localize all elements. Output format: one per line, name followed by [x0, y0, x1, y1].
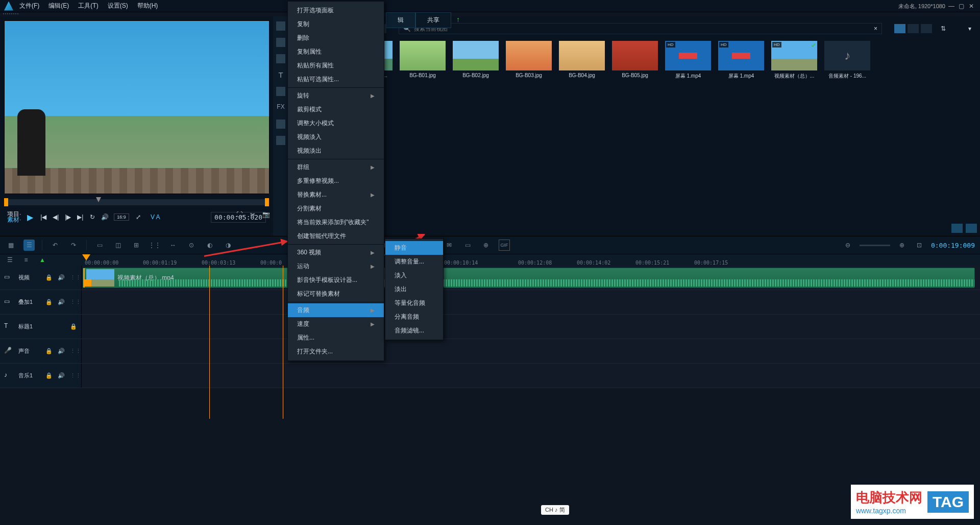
context-menu-item[interactable]: 运动▶	[288, 259, 384, 273]
trim-in-handle[interactable]	[4, 198, 8, 206]
media-thumb[interactable]: HD✔视频素材（总）...	[771, 41, 817, 80]
tool-icon-8[interactable]: ◑	[223, 240, 234, 251]
track-menu-icon[interactable]: ⋮⋮	[70, 274, 77, 281]
context-menu-item[interactable]: 速度▶	[288, 317, 384, 331]
lib-corner-btn-2[interactable]	[966, 224, 977, 233]
tool-icon-3[interactable]: ⊞	[131, 240, 142, 251]
upload-icon[interactable]: ↑	[451, 12, 465, 28]
preview-viewport[interactable]	[4, 20, 270, 194]
ruler-btn-1[interactable]: ☰	[4, 254, 15, 266]
context-menu-item[interactable]: 标记可替换素材	[288, 287, 384, 301]
undo-icon[interactable]: ↶	[50, 240, 61, 251]
context-menu-item[interactable]: 群组▶	[288, 160, 384, 174]
fx-icon[interactable]: FX	[276, 103, 285, 112]
tool-icon-1[interactable]: ▭	[94, 240, 105, 251]
close-icon[interactable]: ✕	[969, 3, 976, 10]
mute-icon[interactable]: 🔊	[58, 372, 65, 379]
timeline-view-icon[interactable]: ☰	[23, 240, 35, 251]
menu-tools[interactable]: 工具(T)	[78, 2, 98, 10]
track-menu-icon[interactable]: ⋮⋮	[70, 348, 77, 355]
context-menu-item[interactable]: 旋转▶	[288, 89, 384, 103]
goto-end-icon[interactable]: ▶|	[76, 213, 84, 221]
context-menu-item[interactable]: 视频淡出	[288, 144, 384, 158]
goto-start-icon[interactable]: |◀	[39, 213, 47, 221]
context-menu-item[interactable]: 淡出	[385, 282, 443, 296]
context-menu-item[interactable]: 打开文件夹...	[288, 345, 384, 359]
menu-file[interactable]: 文件(F)	[19, 2, 39, 10]
view-list-icon[interactable]	[908, 24, 919, 33]
expand-icon[interactable]: ⤢	[134, 213, 142, 221]
lock-icon[interactable]: 🔒	[45, 299, 53, 306]
context-menu-item[interactable]: 打开选项面板	[288, 4, 384, 17]
view-detail-icon[interactable]	[921, 24, 932, 33]
snapshot-icon[interactable]: 📷	[262, 210, 270, 219]
context-menu-item[interactable]: 复制	[288, 17, 384, 31]
context-menu-item[interactable]: 属性...	[288, 331, 384, 345]
va-toggle[interactable]: V A	[151, 213, 160, 221]
panel-icon-1[interactable]	[276, 21, 285, 31]
aspect-ratio[interactable]: 16:9	[114, 213, 129, 221]
gif-icon[interactable]: GIF	[499, 240, 510, 251]
volume-icon[interactable]: 🔊	[101, 213, 109, 221]
trim-bar[interactable]	[4, 199, 269, 205]
tool-icon-12[interactable]: ▭	[462, 240, 473, 251]
mute-icon[interactable]: 🔊	[58, 348, 65, 355]
mute-icon[interactable]: 🔊	[58, 299, 65, 306]
menu-settings[interactable]: 设置(S)	[108, 2, 128, 10]
clear-search-icon[interactable]: ×	[874, 25, 877, 32]
tool-icon-5[interactable]: ↔	[167, 240, 179, 251]
lock-icon[interactable]: 🔒	[45, 348, 53, 355]
tool-icon-4[interactable]: ⋮⋮	[149, 240, 160, 251]
search-box[interactable]: 🔍 ×	[399, 23, 882, 34]
context-menu-item[interactable]: 分割素材	[288, 202, 384, 216]
ruler-btn-2[interactable]: ≡	[20, 254, 32, 266]
media-thumb[interactable]: BG-B02.jpg	[453, 41, 499, 80]
context-menu-item[interactable]: 视频淡入	[288, 130, 384, 144]
media-thumb[interactable]: HD屏幕 1.mp4	[718, 41, 764, 80]
storyboard-view-icon[interactable]: ▦	[5, 240, 16, 251]
tool-icon-2[interactable]: ◫	[112, 240, 124, 251]
tool-icon-13[interactable]: ⊕	[480, 240, 492, 251]
context-menu-item[interactable]: 音频▶	[288, 303, 384, 317]
tool-icon-7[interactable]: ◐	[204, 240, 215, 251]
context-menu-item[interactable]: 淡入	[385, 269, 443, 282]
view-grid-icon[interactable]	[894, 24, 905, 33]
context-menu-item[interactable]: 多重修整视频...	[288, 174, 384, 188]
panel-icon-3[interactable]	[276, 54, 285, 63]
track-menu-icon[interactable]: ⋮⋮	[70, 372, 77, 379]
media-thumb[interactable]: BG-B05.jpg	[612, 41, 658, 80]
playhead[interactable]	[209, 266, 210, 419]
track-menu-icon[interactable]: ⋮⋮	[70, 299, 77, 306]
grip-handle[interactable]	[0, 12, 980, 16]
context-menu-item[interactable]: 360 视频▶	[288, 246, 384, 259]
redo-icon[interactable]: ↷	[68, 240, 79, 251]
panel-icon-8[interactable]	[276, 136, 285, 145]
context-menu-item[interactable]: 裁剪模式	[288, 103, 384, 116]
mute-icon[interactable]: 🔊	[58, 274, 65, 281]
context-menu-item[interactable]: 静音	[385, 241, 443, 255]
lib-corner-btn-1[interactable]	[951, 224, 963, 233]
media-thumb[interactable]: BG-B04.jpg	[559, 41, 605, 80]
prev-frame-icon[interactable]: ◀|	[52, 213, 60, 221]
sort-icon[interactable]: ⇅	[938, 23, 948, 34]
trim-out-handle[interactable]	[265, 198, 269, 206]
lock-icon[interactable]: 🔒	[45, 274, 53, 281]
video-clip[interactable]: 视频素材（总）.mp4	[83, 268, 975, 288]
context-menu-item[interactable]: 音频滤镜...	[385, 324, 443, 338]
search-input[interactable]	[414, 26, 871, 32]
play-button[interactable]: ▶	[26, 213, 34, 221]
context-menu-item[interactable]: 影音快手模板设计器...	[288, 273, 384, 287]
crop-icon[interactable]: ⛶	[235, 210, 243, 219]
lock-icon[interactable]: 🔒	[45, 372, 53, 379]
tool-icon-6[interactable]: ⊙	[186, 240, 197, 251]
split-icon[interactable]: ✂	[249, 210, 257, 219]
context-menu-item[interactable]: 调整大小模式	[288, 116, 384, 130]
loop-icon[interactable]: ↻	[88, 213, 96, 221]
zoom-out-icon[interactable]: ⊖	[842, 240, 853, 251]
context-menu-item[interactable]: 删除	[288, 31, 384, 45]
media-thumb[interactable]: BG-B03.jpg	[506, 41, 552, 80]
tool-icon-11[interactable]: ✉	[444, 240, 455, 251]
tab-share[interactable]: 共享	[415, 12, 451, 28]
timeline-ruler[interactable]: ☰ ≡ ▲ 00:00:00:0000:00:01:1900:00:03:130…	[0, 254, 980, 266]
trim-playhead[interactable]	[96, 197, 101, 202]
